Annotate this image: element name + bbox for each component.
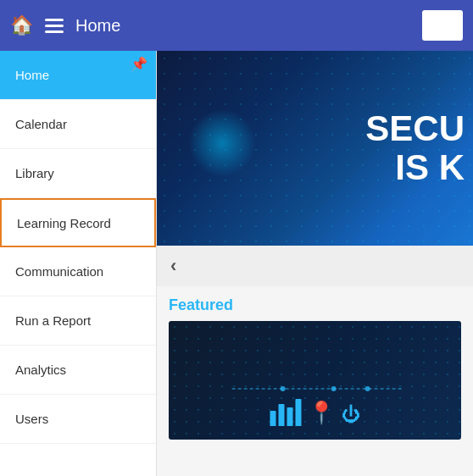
search-box[interactable]	[422, 10, 463, 41]
pin-icon: 📌	[131, 56, 147, 72]
featured-card-icons: 📍 ⏻	[270, 399, 360, 426]
content-area: SECU IS K ‹ Featured 📍	[157, 51, 473, 476]
sidebar-item-label: Learning Record	[17, 216, 111, 230]
bar-1	[270, 411, 275, 426]
home-icon[interactable]: 🏠	[10, 14, 33, 36]
featured-card[interactable]: 📍 ⏻	[169, 321, 461, 440]
svg-point-3	[364, 386, 370, 391]
connection-lines	[192, 382, 441, 396]
sidebar-item-label: Communication	[15, 264, 103, 279]
sidebar-item-library[interactable]: Library	[0, 149, 156, 198]
sidebar-item-run-a-report[interactable]: Run a Report	[0, 296, 156, 346]
featured-section: Featured 📍 ⏻	[157, 286, 473, 446]
hero-text-line2: IS K	[365, 148, 465, 187]
sidebar-item-users[interactable]: Users	[0, 395, 156, 444]
menu-icon[interactable]	[45, 19, 64, 33]
sidebar-item-label: Home	[15, 68, 49, 82]
header-title: Home	[75, 16, 120, 36]
power-icon: ⏻	[342, 404, 360, 426]
hero-text: SECU IS K	[365, 109, 473, 187]
sidebar-item-calendar[interactable]: Calendar	[0, 100, 156, 149]
hero-banner: SECU IS K	[157, 51, 473, 246]
nav-arrow-area: ‹	[157, 246, 473, 286]
bar-2	[278, 404, 284, 426]
sidebar-item-label: Calendar	[15, 117, 67, 131]
main-layout: 📌 Home Calendar Library Learning Record …	[0, 51, 473, 476]
back-arrow[interactable]: ‹	[170, 255, 176, 277]
hero-text-line1: SECU	[365, 109, 465, 148]
svg-point-2	[331, 386, 336, 391]
featured-label: Featured	[169, 296, 461, 314]
bar-chart-icon	[270, 399, 301, 426]
svg-point-1	[280, 386, 285, 391]
sidebar-item-communication[interactable]: Communication	[0, 247, 156, 296]
sidebar-item-label: Analytics	[15, 363, 66, 377]
sidebar-item-label: Users	[15, 412, 48, 426]
sidebar-item-label: Run a Report	[15, 313, 91, 328]
header: 🏠 Home	[0, 0, 473, 51]
sidebar-item-label: Library	[15, 166, 54, 180]
bar-4	[295, 399, 301, 426]
bar-3	[287, 407, 292, 426]
sidebar-item-learning-record[interactable]: Learning Record	[0, 198, 156, 247]
sidebar: 📌 Home Calendar Library Learning Record …	[0, 51, 157, 476]
sidebar-item-analytics[interactable]: Analytics	[0, 346, 156, 395]
location-pin-icon: 📍	[308, 400, 335, 426]
hero-glow	[188, 109, 256, 177]
